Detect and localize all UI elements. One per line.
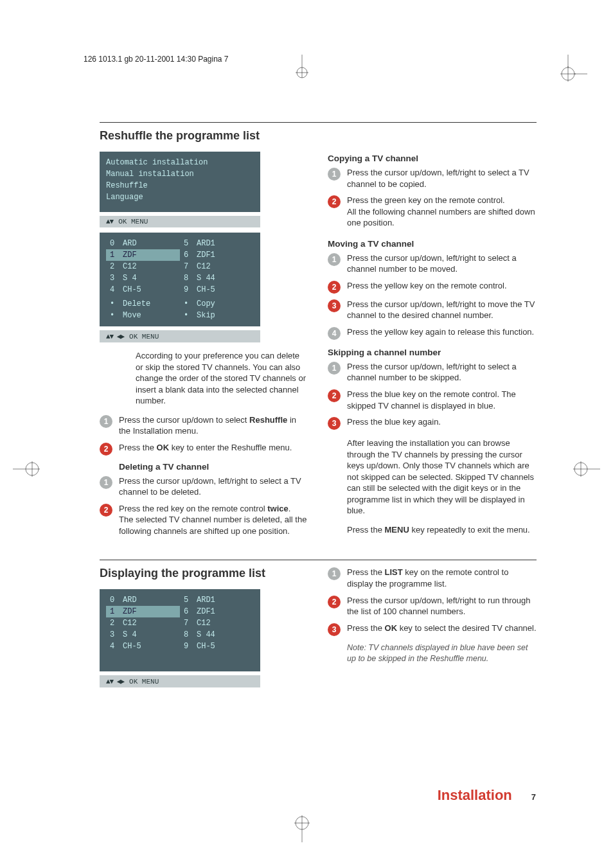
moving-title: Moving a TV channel — [328, 239, 537, 249]
deleting-title: Deleting a TV channel — [119, 462, 308, 472]
crop-mark-bottom — [283, 804, 321, 842]
step-badge-1: 1 — [100, 415, 112, 428]
step-badge-1: 1 — [100, 476, 112, 489]
skip-after-text: After leaving the installation you can b… — [347, 438, 537, 517]
step: 3 Press the blue key again. — [328, 416, 537, 430]
step-badge-2: 2 — [328, 281, 341, 294]
step: 2 Press the blue key on the remote contr… — [328, 389, 537, 411]
step: 1 Press the cursor up/down, left/right t… — [328, 252, 537, 275]
page-number: 7 — [531, 792, 536, 802]
footer-section-title: Installation — [438, 787, 512, 804]
step-badge-1: 1 — [328, 168, 341, 181]
osd-install-menu: Automatic installation Manual installati… — [100, 152, 260, 212]
reshuffle-title: Reshuffle the programme list — [100, 129, 308, 143]
print-header: 126 1013.1 gb 20-11-2001 14:30 Pagina 7 — [84, 55, 229, 64]
osd-footer: ▲▼OK MENU — [100, 216, 260, 227]
step: 1 Press the cursor up/down, left/right t… — [328, 167, 537, 190]
step-badge-1: 1 — [328, 253, 341, 266]
osd-programme-list: 0ARD5ARD1 1ZDF6ZDF1 2C127C12 3S 48S 44 4… — [100, 589, 260, 671]
osd-item: Language — [106, 191, 254, 203]
crop-mark-left — [13, 450, 51, 488]
section-rule — [100, 560, 537, 560]
page-footer: Installation 7 — [438, 787, 536, 804]
step-badge-3: 3 — [328, 417, 341, 430]
step-badge-3: 3 — [328, 623, 341, 636]
step: 1 Press the cursor up/down, left/right t… — [100, 475, 308, 498]
skip-note: Note: TV channels displayed in blue have… — [347, 642, 537, 664]
nav-arrows-icon: ▲▼ ◀▶ — [106, 333, 124, 341]
step-badge-2: 2 — [328, 389, 341, 402]
osd-footer: ▲▼ ◀▶OK MENU — [100, 330, 260, 342]
step: 2 Press the yellow key on the remote con… — [328, 280, 537, 294]
step-badge-1: 1 — [328, 567, 341, 580]
step: 1 Press the cursor up/down, left/right t… — [328, 361, 537, 384]
osd-footer: ▲▼ ◀▶OK MENU — [100, 675, 260, 687]
step-badge-2: 2 — [328, 596, 341, 608]
osd-item: Automatic installation — [106, 157, 254, 168]
step: 2 Press the OK key to enter the Reshuffl… — [100, 442, 308, 456]
crop-mark-top-right — [549, 55, 587, 93]
osd-item: Reshuffle — [106, 180, 254, 191]
crop-mark-top — [283, 55, 321, 80]
step: 2 Press the cursor up/down, left/right t… — [328, 595, 537, 617]
step-badge-1: 1 — [328, 362, 341, 375]
step: 1 Press the LIST key on the remote contr… — [328, 567, 537, 589]
step-badge-3: 3 — [328, 299, 341, 312]
step: 1 Press the cursor up/down to select Res… — [100, 414, 308, 437]
step-badge-2: 2 — [100, 504, 112, 517]
section-rule — [100, 122, 537, 123]
step: 2 Press the red key on the remote contro… — [100, 503, 308, 537]
step: 3 Press the OK key to select the desired… — [328, 623, 537, 636]
skipping-title: Skipping a channel number — [328, 348, 537, 357]
nav-arrows-icon: ▲▼ ◀▶ — [106, 678, 124, 686]
osd-channel-list: 0ARD5ARD1 1ZDF6ZDF1 2C127C12 3S 48S 44 4… — [100, 233, 260, 326]
crop-mark-right — [562, 450, 600, 488]
step: 4 Press the yellow key again to release … — [328, 326, 537, 340]
exit-menu-text: Press the MENU key repeatedly to exit th… — [347, 524, 537, 536]
step-badge-2: 2 — [328, 195, 341, 208]
step: 3 Press the cursor up/down, left/right t… — [328, 299, 537, 321]
nav-arrows-icon: ▲▼ — [106, 218, 113, 226]
step: 2 Press the green key on the remote cont… — [328, 195, 537, 229]
step-badge-4: 4 — [328, 327, 341, 340]
display-list-title: Displaying the programme list — [100, 567, 308, 580]
step-badge-2: 2 — [100, 443, 112, 456]
osd-item: Manual installation — [106, 168, 254, 180]
reshuffle-intro: According to your preference you can del… — [136, 350, 308, 407]
copying-title: Copying a TV channel — [328, 154, 537, 163]
